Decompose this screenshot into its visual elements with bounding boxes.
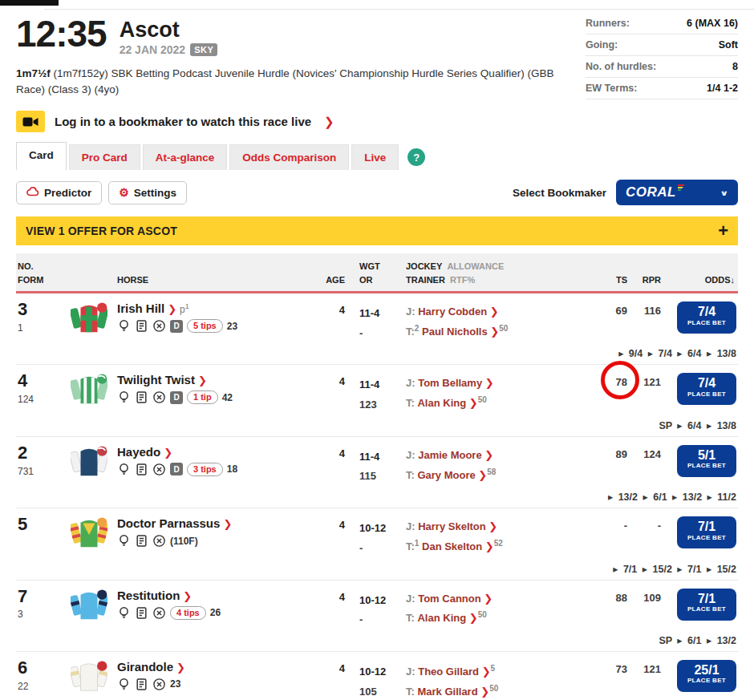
col-odds[interactable]: ODDS↓ bbox=[661, 260, 738, 286]
trainer-link[interactable]: Mark Gillard bbox=[417, 686, 477, 698]
col-ts: TS bbox=[597, 260, 627, 286]
weight-or: 10-12- bbox=[345, 516, 395, 558]
rtf-value: 50 bbox=[489, 684, 498, 693]
rtf-value: 50 bbox=[499, 324, 508, 333]
expand-plus-icon[interactable]: + bbox=[718, 222, 728, 240]
tab-pro-card[interactable]: Pro Card bbox=[69, 144, 140, 170]
circled-x-icon[interactable] bbox=[152, 678, 166, 691]
note-icon[interactable] bbox=[135, 463, 148, 476]
ts-value: 73 bbox=[597, 660, 627, 675]
form-figures: 1 bbox=[16, 322, 71, 334]
lightbulb-icon[interactable] bbox=[117, 606, 131, 620]
silks-icon bbox=[71, 373, 117, 407]
race-description: 1m7½f (1m7f152y) SBK Betting Podcast Juv… bbox=[16, 66, 586, 99]
diomed-badge[interactable]: D bbox=[170, 391, 183, 404]
note-icon[interactable] bbox=[135, 534, 148, 548]
place-bet-button[interactable]: 25/1 PLACE BET bbox=[677, 660, 736, 692]
ts-value: 78 bbox=[597, 373, 627, 388]
tab-card[interactable]: Card bbox=[16, 142, 67, 171]
diomed-badge[interactable]: D bbox=[170, 320, 183, 333]
horse-name[interactable]: Hayedo bbox=[117, 445, 160, 459]
rpr-value: 121 bbox=[627, 660, 661, 675]
rtf-value: 52 bbox=[494, 539, 503, 548]
lightbulb-icon[interactable] bbox=[117, 534, 131, 548]
circled-x-icon[interactable] bbox=[152, 534, 166, 548]
place-bet-button[interactable]: 7/4 PLACE BET bbox=[677, 301, 736, 334]
race-time: 12:35 bbox=[16, 18, 107, 51]
watch-live-banner[interactable]: Log in to a bookmaker to watch this race… bbox=[16, 111, 738, 132]
ts-value: 69 bbox=[597, 301, 627, 317]
col-horse: HORSE bbox=[117, 260, 316, 286]
detail-runners: Runners: 6 (MAX 16) bbox=[586, 13, 738, 34]
circled-x-icon[interactable] bbox=[152, 390, 166, 404]
place-bet-button[interactable]: 7/1 PLACE BET bbox=[677, 516, 736, 548]
note-icon[interactable] bbox=[135, 606, 148, 620]
place-bet-button[interactable]: 5/1 PLACE BET bbox=[677, 445, 736, 477]
trainer-link[interactable]: Gary Moore bbox=[417, 469, 475, 481]
jockey-link[interactable]: Harry Skelton bbox=[418, 520, 486, 532]
saddle-number: 5 bbox=[16, 516, 71, 532]
age: 4 bbox=[316, 589, 345, 603]
jockey-link[interactable]: Jamie Moore bbox=[418, 449, 481, 461]
jockey-trainer: J: Jamie Moore ❯ T: Gary Moore ❯58 bbox=[395, 445, 597, 485]
trainer-link[interactable]: Alan King bbox=[417, 613, 466, 625]
settings-button[interactable]: ⚙ Settings bbox=[108, 181, 187, 204]
trainer-link[interactable]: Dan Skelton bbox=[422, 540, 482, 552]
lightbulb-icon[interactable] bbox=[117, 678, 131, 691]
saddle-number: 6 bbox=[16, 660, 71, 676]
odds-history[interactable]: SP ▸ 6/1 ▸ 13/2 bbox=[659, 634, 736, 646]
horse-name[interactable]: Restitution bbox=[117, 589, 180, 602]
horse-name[interactable]: Doctor Parnassus bbox=[117, 516, 220, 530]
tips-pill[interactable]: 4 tips bbox=[170, 606, 206, 620]
predictor-button[interactable]: Predictor bbox=[16, 181, 102, 204]
tips-pill[interactable]: 3 tips bbox=[187, 463, 223, 476]
gear-icon: ⚙ bbox=[119, 187, 129, 198]
tab-at-a-glance[interactable]: At-a-glance bbox=[143, 144, 228, 170]
odds-history[interactable]: ▸ 9/4 ▸ 7/4 ▸ 6/4 ▸ 13/8 bbox=[618, 347, 736, 359]
bookmaker-dropdown[interactable]: CORAL ∨ bbox=[616, 180, 738, 205]
circled-x-icon[interactable] bbox=[152, 319, 166, 333]
trainer-link[interactable]: Paul Nicholls bbox=[422, 326, 488, 338]
horse-name[interactable]: Irish Hill bbox=[117, 301, 164, 315]
saddle-number: 4 bbox=[16, 373, 71, 389]
jockey-link[interactable]: Theo Gillard bbox=[418, 666, 479, 678]
odds-history[interactable]: SP ▸ 6/4 ▸ 13/8 bbox=[659, 419, 736, 431]
horse-name[interactable]: Girandole bbox=[117, 660, 173, 674]
horse-name[interactable]: Twilight Twist bbox=[117, 373, 195, 386]
jockey-link[interactable]: Harry Cobden bbox=[418, 305, 487, 318]
video-camera-icon bbox=[16, 111, 45, 132]
circled-x-icon[interactable] bbox=[152, 606, 166, 620]
place-bet-button[interactable]: 7/1 PLACE BET bbox=[677, 589, 736, 621]
tip-count: 18 bbox=[227, 463, 237, 475]
offer-banner[interactable]: VIEW 1 OFFER FOR ASCOT + bbox=[16, 216, 738, 245]
age: 4 bbox=[316, 516, 345, 531]
runner-row-doctor-parnassus: 5 Doctor Parnassus bbox=[16, 508, 738, 580]
tips-pill[interactable]: 1 tip bbox=[187, 390, 218, 404]
place-bet-button[interactable]: 7/4 PLACE BET bbox=[677, 373, 736, 405]
form-figures: 731 bbox=[16, 466, 71, 477]
jockey-link[interactable]: Tom Cannon bbox=[418, 593, 480, 605]
diomed-badge[interactable]: D bbox=[170, 463, 183, 475]
lightbulb-icon[interactable] bbox=[117, 319, 131, 333]
lightbulb-icon[interactable] bbox=[117, 390, 131, 404]
ts-value: 88 bbox=[597, 589, 627, 604]
odds-history[interactable]: ▸ 13/2 ▸ 6/1 ▸ 13/2 ▸ 11/2 bbox=[608, 491, 736, 503]
jockey-link[interactable]: Tom Bellamy bbox=[418, 377, 482, 389]
form-figures: 124 bbox=[16, 394, 71, 405]
tab-live[interactable]: Live bbox=[351, 144, 399, 170]
tips-pill[interactable]: 5 tips bbox=[187, 319, 223, 333]
help-icon[interactable]: ? bbox=[407, 148, 425, 166]
circled-x-icon[interactable] bbox=[152, 463, 166, 476]
runner-row-restitution: 7 3 Restitution ❯ bbox=[16, 581, 738, 652]
lightbulb-icon[interactable] bbox=[117, 463, 131, 476]
note-icon[interactable] bbox=[135, 678, 148, 691]
predictor-cloud-icon bbox=[26, 187, 39, 198]
tip-count: 23 bbox=[227, 321, 237, 332]
tab-odds-comparison[interactable]: Odds Comparison bbox=[229, 144, 349, 170]
odds-history[interactable]: ▸ 7/1 ▸ 15/2 ▸ 7/1 ▸ 15/2 bbox=[613, 563, 736, 575]
detail-ew-terms: EW Terms: 1/4 1-2 bbox=[586, 78, 738, 99]
rtf-value: 58 bbox=[487, 467, 496, 476]
note-icon[interactable] bbox=[135, 319, 148, 333]
note-icon[interactable] bbox=[135, 390, 148, 404]
trainer-link[interactable]: Alan King bbox=[417, 397, 466, 409]
